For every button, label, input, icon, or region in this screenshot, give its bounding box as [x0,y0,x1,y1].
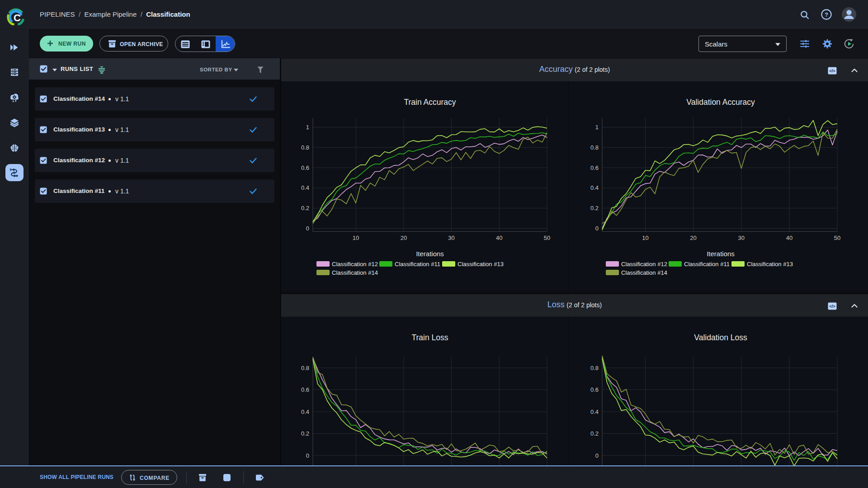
svg-text:</>: </> [829,69,835,73]
svg-text:0: 0 [306,452,309,459]
svg-text:0.8: 0.8 [590,144,599,151]
svg-text:30: 30 [738,235,745,241]
svg-text:Train Loss: Train Loss [411,333,448,342]
svg-text:0.8: 0.8 [301,365,309,371]
svg-text:0.2: 0.2 [301,205,309,211]
svg-text:Classification #14: Classification #14 [332,269,378,276]
svg-text:10: 10 [642,235,648,241]
svg-text:0.6: 0.6 [590,164,599,171]
svg-text:Train Accuracy: Train Accuracy [404,98,456,107]
svg-text:Classification #11: Classification #11 [684,261,730,267]
svg-text:Classification #14: Classification #14 [621,269,667,276]
svg-text:?: ? [825,11,828,18]
svg-text:0.4: 0.4 [590,184,599,191]
svg-text:40: 40 [786,235,793,241]
svg-text:20: 20 [401,235,407,241]
svg-text:0.6: 0.6 [590,386,599,393]
svg-text:0.4: 0.4 [301,184,309,191]
svg-text:50: 50 [834,235,840,241]
svg-text:0: 0 [595,452,599,459]
svg-text:0.4: 0.4 [590,408,599,415]
svg-text:Classification #12: Classification #12 [332,261,378,267]
svg-text:Validation Loss: Validation Loss [694,333,747,342]
svg-text:30: 30 [448,235,454,241]
svg-text:0.8: 0.8 [590,365,599,371]
svg-text:1: 1 [595,124,599,131]
svg-text:0.4: 0.4 [301,408,309,415]
svg-text:C: C [14,12,21,23]
svg-text:0.2: 0.2 [301,430,309,437]
svg-text:Classification #13: Classification #13 [458,261,504,267]
svg-text:1: 1 [306,124,309,131]
svg-text:Classification #12: Classification #12 [621,261,667,267]
svg-text:Iterations: Iterations [416,250,444,258]
svg-text:</>: </> [829,304,835,309]
svg-text:Validation Accuracy: Validation Accuracy [686,98,755,107]
svg-text:10: 10 [353,235,359,241]
svg-text:Iterations: Iterations [707,250,735,258]
svg-text:0.8: 0.8 [301,144,309,151]
svg-text:0.2: 0.2 [590,205,599,211]
svg-text:0: 0 [306,225,309,232]
svg-text:0.6: 0.6 [301,386,309,393]
svg-text:Classification #11: Classification #11 [395,261,440,267]
svg-text:0.6: 0.6 [301,164,309,171]
svg-text:40: 40 [496,235,502,241]
svg-text:50: 50 [544,235,550,241]
svg-text:Classification #13: Classification #13 [747,261,793,267]
svg-text:20: 20 [690,235,696,241]
svg-text:0: 0 [595,225,599,232]
svg-text:0.2: 0.2 [590,430,599,437]
